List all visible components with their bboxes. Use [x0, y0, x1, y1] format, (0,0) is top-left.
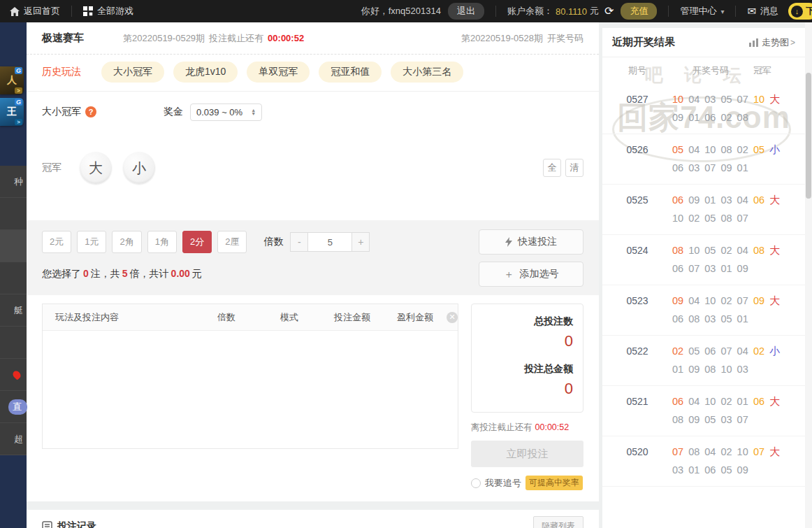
help-icon[interactable]: ? — [85, 106, 96, 117]
result-row: 05200708040210030106050907大 — [602, 436, 805, 487]
prize-value: 0.039 ~ 0% — [196, 107, 242, 117]
unit-button[interactable]: 1角 — [147, 231, 177, 253]
multiplier-input[interactable] — [308, 232, 351, 252]
trend-arrow: > — [790, 38, 795, 48]
banner-label: 王 — [7, 106, 17, 118]
bet-option-big[interactable]: 大 — [80, 152, 112, 184]
add-selection-button[interactable]: ＋ 添加选号 — [479, 262, 583, 287]
logout-button[interactable]: 退出 — [448, 3, 484, 20]
trend-chart-icon — [749, 38, 759, 47]
unit-buttons: 2元1元2角1角2分2厘 — [42, 231, 252, 253]
tab-size-third[interactable]: 大小第三名 — [391, 62, 463, 83]
tab-oddeven-champion[interactable]: 单双冠军 — [247, 62, 310, 83]
all-games-link[interactable]: 全部游戏 — [83, 5, 133, 17]
banner-label: 人 — [7, 74, 17, 87]
multiplier-plus-button[interactable]: + — [351, 232, 370, 252]
bet-option-small[interactable]: 小 — [123, 152, 155, 184]
amount-bar: 2元1元2角1角2分2厘 倍数 - + 快速投注 您选择了0注，共5倍，共计0.… — [27, 220, 599, 295]
result-champion: 08大 — [749, 241, 805, 278]
selection-summary: 您选择了0注，共5倍，共计0.00元 — [42, 268, 202, 280]
result-champion: 07大 — [749, 443, 805, 479]
bet-slip-body — [43, 331, 458, 448]
result-numbers: 06041002010809050307 — [672, 392, 749, 429]
total-amount-label: 投注总金额 — [481, 363, 573, 376]
col-play-content: 玩法及投注内容 — [43, 311, 195, 324]
tab-sum-value[interactable]: 冠亚和值 — [319, 62, 382, 83]
home-link[interactable]: 返回首页 — [10, 5, 60, 17]
download-icon: ↓ — [791, 6, 803, 17]
unit-button[interactable]: 2分 — [182, 231, 212, 253]
unit-button[interactable]: 2厘 — [217, 231, 247, 253]
results-rows: 05271004030507090106020810大0526050410080… — [602, 84, 805, 487]
sidebar-menu-item[interactable] — [0, 327, 27, 359]
unit-button[interactable]: 2角 — [112, 231, 141, 253]
recharge-button[interactable]: 充值 — [621, 3, 657, 20]
chase-checkbox[interactable] — [471, 478, 481, 488]
scrollbar-thumb[interactable] — [806, 73, 811, 199]
close-icon[interactable]: ✕ — [447, 312, 458, 323]
sidebar-menu-item[interactable] — [0, 359, 27, 391]
unit-button[interactable]: 2元 — [42, 231, 71, 253]
select-all-button[interactable]: 全 — [543, 159, 561, 177]
col-profit: 盈利金额 — [384, 311, 447, 324]
bet-slip-header: 玩法及投注内容 倍数 模式 投注金额 盈利金额 ✕ — [43, 304, 458, 331]
hide-list-button[interactable]: 隐藏列表 — [533, 516, 583, 528]
multiplier-minus-button[interactable]: - — [290, 232, 308, 252]
bet-zone: 冠军 大 小 全 清 — [27, 132, 599, 220]
sidebar-menu-item[interactable]: 超 — [0, 423, 27, 455]
countdown-timer: 00:00:52 — [268, 33, 304, 43]
balance-value: 80.1110 — [556, 6, 587, 17]
sidebar-menu: 种艇直超 — [0, 166, 27, 455]
prize-label: 奖金 — [164, 106, 183, 118]
game-banner-2[interactable]: G 王 > — [0, 98, 24, 126]
sidebar-menu-item[interactable]: 直 — [0, 391, 27, 423]
greeting: 你好，fxnq5201314 — [361, 5, 441, 17]
prize-select[interactable]: 0.039 ~ 0% ▲▼ — [190, 104, 262, 121]
game-banner-1[interactable]: G 人 > — [0, 66, 24, 94]
bet-records-card: 投注记录 隐藏列表 参与时间 奖期 玩法 投注内容 投注金额 中奖情况 操作 0… — [27, 510, 599, 528]
sidebar-menu-item[interactable]: 种 — [0, 166, 27, 198]
results-columns: 期号 开奖号码 冠军 — [602, 57, 805, 84]
arrow-icon: > — [15, 119, 22, 125]
admin-center-label: 管理中心 — [680, 5, 716, 17]
tab-size-champion[interactable]: 大小冠军 — [101, 62, 164, 83]
admin-center-menu[interactable]: 管理中心 ▾ — [680, 5, 724, 17]
unit-button[interactable]: 1元 — [77, 231, 106, 253]
result-champion: 09大 — [749, 292, 805, 328]
clear-button[interactable]: 清 — [565, 159, 583, 177]
submit-bet-button[interactable]: 立即投注 — [471, 441, 583, 467]
refresh-icon[interactable]: ⟳ — [604, 6, 614, 17]
g-badge: G — [15, 99, 22, 106]
result-issue: 0527 — [602, 90, 672, 127]
result-row: 05271004030507090106020810大 — [602, 84, 805, 134]
bet-slip-table: 玩法及投注内容 倍数 模式 投注金额 盈利金额 ✕ — [42, 304, 458, 449]
bet-group-label: 冠军 — [42, 162, 61, 174]
trend-link[interactable]: 走势图 — [762, 36, 789, 49]
result-numbers: 06090103041002050807 — [672, 191, 749, 227]
sidebar-menu-item[interactable] — [0, 262, 27, 294]
messages-link[interactable]: ✉ 消息 — [747, 5, 778, 17]
sidebar-menu-item[interactable]: 艇 — [0, 294, 27, 327]
result-row: 05230904100207060803050109大 — [602, 285, 805, 336]
topbar: 返回首页 全部游戏 你好，fxnq5201314 退出 账户余额： 80.111… — [0, 0, 812, 22]
result-row: 05210604100201080905030706大 — [602, 386, 805, 436]
tab-history-plays[interactable]: 历史玩法 — [42, 66, 81, 78]
download-button[interactable]: ↓ 下 — [788, 3, 812, 20]
results-header: 近期开奖结果 走势图 > — [602, 28, 805, 57]
result-numbers: 10040305070901060208 — [672, 90, 749, 127]
lightning-icon — [505, 237, 512, 247]
chase-row: 我要追号 可提高中奖率 — [471, 476, 583, 490]
sidebar-menu-item[interactable] — [0, 198, 27, 230]
download-label: 下 — [806, 5, 812, 17]
result-champion: 06大 — [749, 191, 805, 227]
result-row: 05250609010304100205080706大 — [602, 185, 805, 235]
slip-countdown: 00:00:52 — [535, 422, 570, 432]
col-period: 期号 — [602, 64, 672, 77]
result-issue: 0525 — [602, 191, 672, 227]
messages-label: 消息 — [760, 5, 778, 17]
col-mode: 模式 — [258, 311, 321, 324]
col-draw-numbers: 开奖号码 — [672, 64, 749, 77]
tab-dragon-tiger[interactable]: 龙虎1v10 — [173, 62, 238, 83]
sidebar-menu-item[interactable] — [0, 230, 27, 262]
quick-bet-button[interactable]: 快速投注 — [479, 229, 583, 255]
